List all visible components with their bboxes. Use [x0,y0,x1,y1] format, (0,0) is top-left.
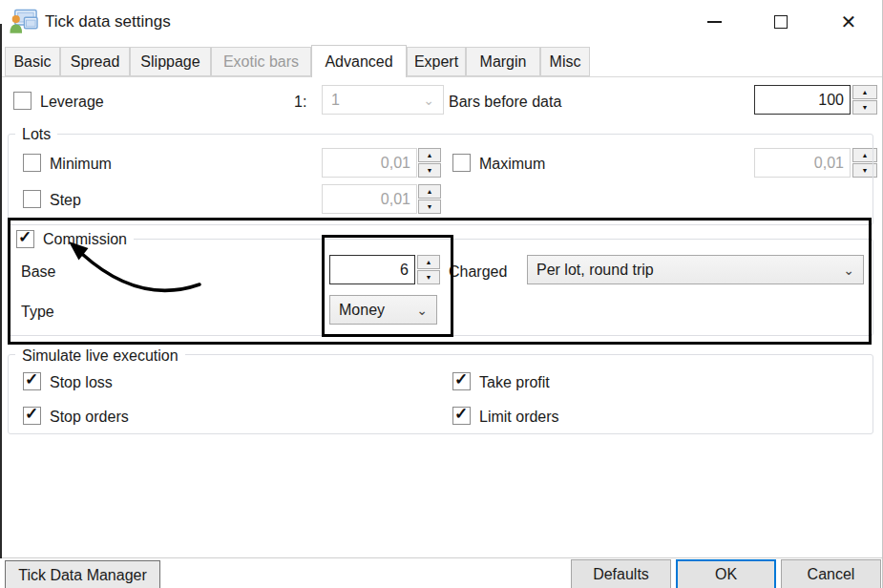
lots-group-title: Lots [15,124,57,143]
close-button[interactable]: ✕ [832,6,865,38]
simulate-group-title: Simulate live execution [15,346,185,365]
tab-spread[interactable]: Spread [60,47,130,76]
ok-button[interactable]: OK [676,559,776,588]
tab-slippage[interactable]: Slippage [130,47,211,76]
commission-group [8,239,873,336]
leverage-label: Leverage [40,93,104,111]
simulate-group [8,354,873,434]
cancel-button[interactable]: Cancel [781,559,881,588]
chevron-down-icon: ⌄ [423,94,434,107]
defaults-button[interactable]: Defaults [571,559,671,588]
minimize-icon [707,21,722,23]
tab-exotic-bars: Exotic bars [211,47,311,76]
bars-before-data-input[interactable] [754,85,851,115]
leverage-checkbox[interactable] [13,92,32,110]
tab-misc[interactable]: Misc [540,47,590,76]
maximize-button[interactable] [765,6,797,38]
tab-expert[interactable]: Expert [407,47,466,76]
lots-group [8,134,873,225]
app-icon [9,9,38,35]
tab-advanced[interactable]: Advanced [311,45,407,77]
commission-group-title: ✓ Commission [10,229,134,249]
bars-before-data-label: Bars before data [449,93,561,111]
check-icon: ✓ [18,228,32,246]
spin-down-icon[interactable]: ▼ [852,100,877,115]
commission-checkbox[interactable]: ✓ [16,230,34,248]
window-title: Tick data settings [45,12,171,32]
bars-before-data-spinner: ▲ ▼ [852,85,877,115]
minimize-button[interactable] [698,6,730,38]
window-left-edge [0,24,2,558]
tab-margin[interactable]: Margin [466,47,540,76]
tick-data-manager-button[interactable]: Tick Data Manager [5,560,160,588]
close-icon: ✕ [841,12,857,32]
tab-basic[interactable]: Basic [5,47,60,76]
maximize-icon [774,15,788,29]
leverage-ratio-value: 1 [331,92,340,109]
leverage-ratio-select: 1 ⌄ [322,85,444,115]
commission-label: Commission [43,230,127,248]
tick-data-settings-dialog: Tick data settings ✕ Basic Spread Slippa… [0,0,883,588]
spin-up-icon[interactable]: ▲ [852,85,877,99]
leverage-ratio-prefix: 1: [294,93,306,111]
